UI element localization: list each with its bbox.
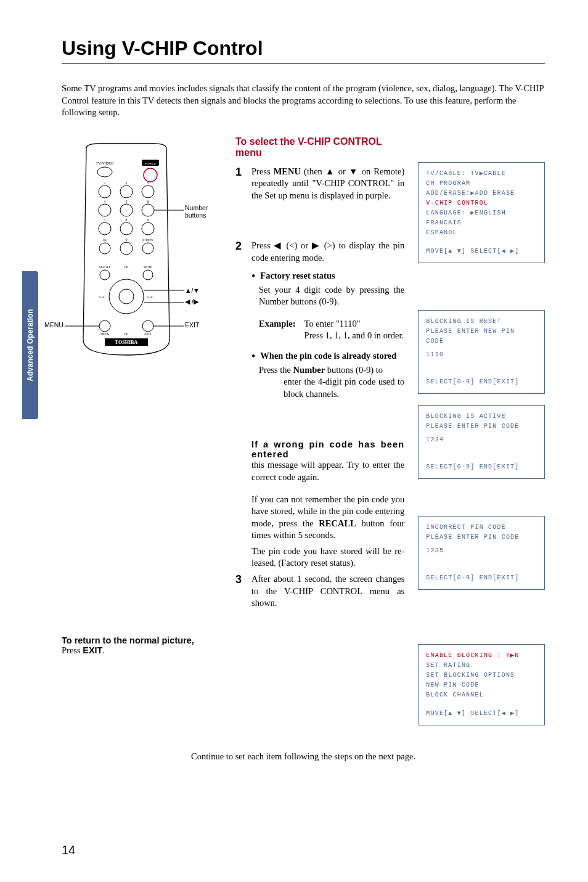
label-arrows-ud: ▲/▼ <box>185 287 200 294</box>
svg-text:2: 2 <box>126 181 128 185</box>
svg-point-10 <box>142 204 154 216</box>
pin-stored-l2: enter the 4-digit pin code used to block… <box>284 376 404 400</box>
page-number: 14 <box>62 843 75 857</box>
svg-point-16 <box>142 243 153 254</box>
svg-text:MUTE: MUTE <box>144 266 152 269</box>
svg-text:0: 0 <box>126 238 128 242</box>
svg-text:6: 6 <box>147 200 149 203</box>
factory-reset-head: Factory reset status <box>260 271 335 282</box>
svg-point-38 <box>99 321 110 332</box>
osd-incorrect-pin: INCORRECT PIN CODE PLEASE ENTER PIN CODE… <box>418 516 545 590</box>
page-title: Using V-CHIP Control <box>62 37 545 60</box>
svg-point-30 <box>143 270 153 280</box>
step1-number: 1 <box>235 166 245 202</box>
osd-blocking-reset: BLOCKING IS RESET PLEASE ENTER NEW PIN C… <box>418 310 545 394</box>
factory-reset-body: Set your 4 digit code by pressing the Nu… <box>259 284 404 308</box>
left-column: TV/VIDEO POWER 1 2 3 4 5 6 7 8 <box>62 136 222 725</box>
return-note-l1: To return to the normal picture, <box>62 635 222 645</box>
osd-vchip-control-menu: ENABLE BLOCKING : Y▶N SET RATING SET BLO… <box>418 644 545 725</box>
example-block: Example: To enter "1110" Press 1, 1, 1, … <box>259 318 404 342</box>
svg-point-29 <box>100 270 110 280</box>
svg-text:MENU: MENU <box>100 332 110 335</box>
title-rule <box>62 63 545 64</box>
svg-point-14 <box>99 243 110 254</box>
bullet-icon: • <box>251 271 255 282</box>
svg-text:7: 7 <box>104 218 106 222</box>
svg-text:5: 5 <box>126 200 128 203</box>
wrong-pin-head: If a wrong pin code has been entered <box>251 439 404 459</box>
svg-text:9: 9 <box>147 218 149 222</box>
svg-point-35 <box>119 289 134 304</box>
label-menu: MENU <box>44 321 63 329</box>
return-note-period: . <box>102 645 105 655</box>
osd-setup-menu: TV/CABLE: TV▶CABLE CH PROGRAM ADD/ERASE:… <box>418 162 545 263</box>
step3-body: After about 1 second, the screen changes… <box>251 573 404 610</box>
svg-point-13 <box>142 223 154 235</box>
svg-text:3: 3 <box>147 181 149 185</box>
svg-point-5 <box>99 186 111 198</box>
svg-point-39 <box>142 321 153 332</box>
svg-point-9 <box>120 204 133 216</box>
svg-text:EXIT: EXIT <box>144 332 151 335</box>
bullet-icon: • <box>251 351 255 362</box>
svg-text:TV/VIDEO: TV/VIDEO <box>96 161 114 165</box>
intro-text: Some TV programs and movies includes sig… <box>62 83 545 119</box>
return-note-press: Press <box>62 645 83 655</box>
pin-stored-head: When the pin code is already stored <box>260 351 396 362</box>
step3-number: 3 <box>235 573 245 610</box>
svg-point-15 <box>120 242 133 255</box>
svg-point-8 <box>99 204 111 216</box>
svg-point-7 <box>142 186 154 198</box>
svg-text:TOSHIBA: TOSHIBA <box>115 340 138 345</box>
svg-point-11 <box>99 223 111 235</box>
svg-text:POWER: POWER <box>145 162 156 165</box>
pin-stored-l1: Press the Number buttons (0-9) to <box>259 364 404 377</box>
svg-text:VOL: VOL <box>147 296 153 299</box>
svg-point-6 <box>120 186 133 198</box>
svg-point-4 <box>144 168 157 182</box>
svg-text:CH RTN: CH RTN <box>142 239 153 242</box>
label-exit: EXIT <box>185 321 199 329</box>
remote-diagram: TV/VIDEO POWER 1 2 3 4 5 6 7 8 <box>62 142 222 370</box>
label-arrows-lr: ◀ /▶ <box>185 298 198 305</box>
osd-blocking-active: BLOCKING IS ACTIVE PLEASE ENTER PIN CODE… <box>418 405 545 479</box>
svg-point-34 <box>109 279 144 314</box>
continue-text: Continue to set each item following the … <box>62 751 545 762</box>
step2-number: 2 <box>235 240 245 264</box>
return-note: To return to the normal picture, Press E… <box>62 635 222 656</box>
svg-text:100: 100 <box>102 239 107 242</box>
return-note-exit: EXIT <box>83 645 102 655</box>
svg-text:8: 8 <box>126 218 128 222</box>
svg-text:CH: CH <box>125 266 129 269</box>
svg-point-0 <box>97 167 112 177</box>
step1-body: Press MENU (then ▲ or ▼ on Remote) repea… <box>251 166 404 202</box>
wrong-pin-p2: If you can not remember the pin code you… <box>251 494 404 542</box>
wrong-pin-p3: The pin code you have stored will be re-… <box>251 545 404 570</box>
svg-text:RECALL: RECALL <box>99 266 110 269</box>
wrong-pin-p1: this message will appear. Try to enter t… <box>251 459 404 483</box>
step2-body: Press ◀ (<) or ▶ (>) to display the pin … <box>251 240 404 264</box>
svg-point-12 <box>120 223 133 235</box>
svg-text:1: 1 <box>104 181 106 185</box>
section-heading: To select the V-CHIP CONTROL menu <box>235 136 404 158</box>
svg-text:VOL: VOL <box>99 296 105 299</box>
svg-text:4: 4 <box>104 200 106 203</box>
label-number-buttons: Number buttons <box>185 204 222 219</box>
svg-text:CH: CH <box>125 332 129 335</box>
